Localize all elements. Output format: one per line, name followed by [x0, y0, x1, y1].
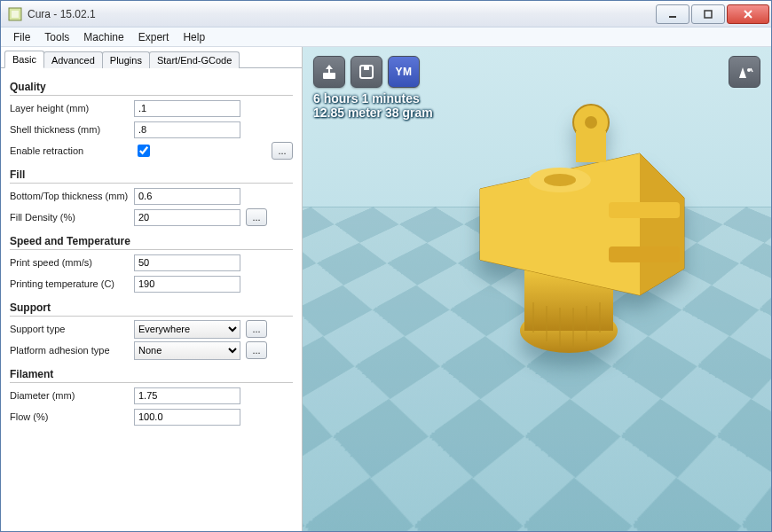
section-title-quality: Quality — [10, 81, 293, 96]
model-viewport[interactable]: YM 6 hours 1 minutes 12.85 meter 38 gram — [303, 47, 771, 531]
support-settings-button[interactable]: ... — [246, 320, 267, 338]
tab-strip: Basic Advanced Plugins Start/End-GCode — [1, 47, 302, 68]
support-type-select[interactable]: Everywhere — [134, 320, 240, 339]
settings-panel: Basic Advanced Plugins Start/End-GCode Q… — [1, 47, 303, 531]
view-mode-button[interactable] — [729, 56, 760, 88]
svg-rect-1 — [12, 11, 19, 18]
fill-density-input[interactable] — [134, 209, 240, 226]
flow-input[interactable] — [134, 409, 240, 426]
tab-plugins[interactable]: Plugins — [102, 51, 150, 68]
svg-rect-16 — [576, 131, 606, 162]
app-icon — [8, 7, 22, 21]
menu-help[interactable]: Help — [176, 29, 212, 45]
layer-height-label: Layer height (mm) — [10, 103, 134, 113]
maximize-button[interactable] — [691, 4, 725, 24]
load-model-icon — [319, 62, 339, 82]
minimize-icon — [667, 9, 678, 20]
section-title-fill: Fill — [10, 168, 293, 184]
svg-rect-12 — [609, 202, 680, 218]
tab-advanced[interactable]: Advanced — [43, 51, 103, 68]
retraction-label: Enable retraction — [10, 145, 134, 156]
view-mode-icon — [735, 62, 754, 82]
load-model-button[interactable] — [313, 56, 345, 88]
section-title-support: Support — [10, 301, 293, 317]
youmagine-button[interactable]: YM — [388, 56, 420, 88]
diameter-label: Diameter (mm) — [10, 390, 134, 401]
menu-file[interactable]: File — [6, 29, 37, 45]
print-speed-label: Print speed (mm/s) — [10, 257, 134, 268]
print-temp-label: Printing temperature (C) — [10, 278, 134, 289]
close-button[interactable] — [727, 4, 769, 24]
svg-rect-8 — [364, 66, 369, 70]
viewport-toolbar: YM — [313, 56, 420, 88]
tab-basic[interactable]: Basic — [4, 51, 44, 68]
shell-thickness-label: Shell thickness (mm) — [10, 124, 134, 135]
support-type-label: Support type — [10, 324, 134, 334]
tab-gcode[interactable]: Start/End-GCode — [149, 51, 240, 68]
svg-rect-13 — [609, 246, 680, 262]
layer-height-input[interactable] — [134, 100, 240, 117]
section-title-filament: Filament — [10, 368, 293, 383]
print-stats: 6 hours 1 minutes 12.85 meter 38 gram — [313, 91, 433, 120]
adhesion-type-select[interactable]: None — [134, 341, 240, 360]
print-temp-input[interactable] — [134, 276, 240, 293]
menu-expert[interactable]: Expert — [131, 29, 177, 45]
retraction-settings-button[interactable]: ... — [272, 142, 293, 160]
basic-panel: Quality Layer height (mm) Shell thicknes… — [1, 68, 302, 436]
bottom-top-input[interactable] — [134, 188, 240, 205]
menu-machine[interactable]: Machine — [76, 29, 130, 45]
print-time-text: 6 hours 1 minutes — [313, 91, 433, 106]
svg-point-9 — [747, 68, 751, 72]
model-preview[interactable] — [418, 82, 702, 366]
save-gcode-button[interactable] — [351, 56, 382, 88]
menubar: File Tools Machine Expert Help — [1, 27, 771, 47]
retraction-checkbox[interactable] — [138, 145, 150, 157]
flow-label: Flow (%) — [10, 411, 134, 422]
shell-thickness-input[interactable] — [134, 121, 240, 138]
app-window: Cura - 15.02.1 File Tools Machine Expert… — [0, 0, 772, 532]
fill-settings-button[interactable]: ... — [246, 208, 267, 226]
save-gcode-icon — [357, 62, 376, 82]
svg-point-18 — [544, 174, 576, 186]
adhesion-settings-button[interactable]: ... — [246, 341, 267, 359]
svg-rect-3 — [705, 11, 712, 18]
window-buttons — [654, 4, 769, 24]
svg-point-15 — [585, 116, 597, 129]
print-speed-input[interactable] — [134, 254, 240, 271]
fill-density-label: Fill Density (%) — [10, 212, 134, 223]
window-title: Cura - 15.02.1 — [28, 8, 654, 20]
minimize-button[interactable] — [656, 4, 689, 24]
adhesion-type-label: Platform adhesion type — [10, 345, 134, 356]
maximize-icon — [703, 9, 713, 20]
youmagine-icon: YM — [396, 66, 413, 78]
titlebar: Cura - 15.02.1 — [1, 1, 771, 27]
close-icon — [743, 9, 753, 20]
svg-rect-6 — [323, 73, 335, 79]
diameter-input[interactable] — [134, 387, 240, 404]
print-material-text: 12.85 meter 38 gram — [313, 106, 433, 120]
section-title-speed: Speed and Temperature — [10, 235, 293, 250]
bottom-top-label: Bottom/Top thickness (mm) — [10, 191, 134, 201]
menu-tools[interactable]: Tools — [37, 29, 76, 45]
